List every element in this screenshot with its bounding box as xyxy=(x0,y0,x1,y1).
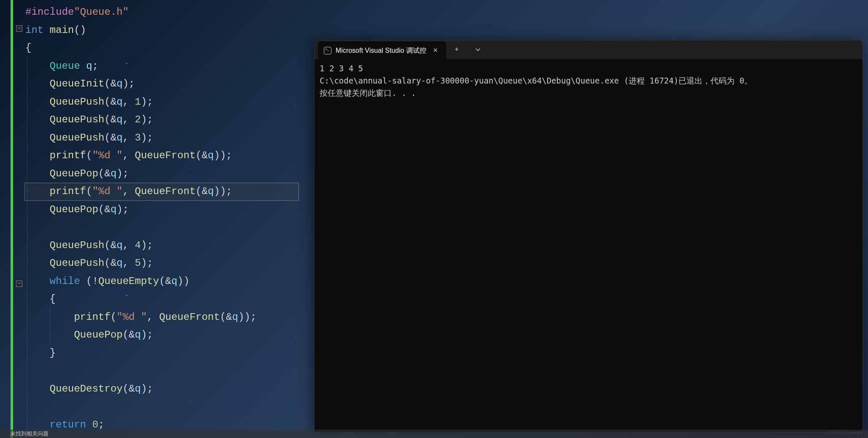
fold-gutter: − − xyxy=(16,0,24,438)
code-line[interactable] xyxy=(25,398,256,416)
code-line[interactable]: QueueInit(&q); xyxy=(25,75,256,93)
terminal-icon xyxy=(324,47,331,54)
code-token: & xyxy=(104,168,110,179)
code-token: & xyxy=(165,276,171,287)
code-token: )) xyxy=(214,186,226,197)
code-token: ; xyxy=(122,168,128,179)
code-line[interactable]: printf("%d ", QueueFront(&q)); xyxy=(25,308,256,327)
code-token: q xyxy=(117,96,122,108)
code-token: q xyxy=(171,276,177,287)
code-token: ( xyxy=(195,186,201,197)
code-token: ! xyxy=(92,276,98,287)
code-token: "%d " xyxy=(117,311,147,323)
code-line[interactable]: while (!QueueEmpty(&q)) xyxy=(25,273,256,291)
code-token: q xyxy=(135,383,141,395)
console-titlebar[interactable]: Microsoft Visual Studio 调试控 × + xyxy=(315,41,863,59)
code-token: ; xyxy=(147,240,153,251)
code-token: , xyxy=(122,240,135,251)
new-tab-button[interactable]: + xyxy=(446,41,467,59)
code-token: ) xyxy=(122,78,128,89)
code-line[interactable]: QueuePush(&q, 1); xyxy=(25,93,256,111)
code-token: & xyxy=(111,78,117,89)
code-token: ; xyxy=(147,383,153,395)
code-line[interactable]: QueuePush(&q, 2); xyxy=(25,111,256,129)
code-token: ( xyxy=(104,96,110,108)
code-token: q xyxy=(117,132,122,143)
code-token: ; xyxy=(147,132,153,143)
code-token: ( xyxy=(122,329,128,341)
code-token: ( xyxy=(104,240,110,251)
code-token: ( xyxy=(122,383,128,395)
code-token: () xyxy=(74,24,86,36)
code-token: 2 xyxy=(135,114,141,125)
code-line[interactable]: QueuePush(&q, 4); xyxy=(25,237,256,255)
console-tab[interactable]: Microsoft Visual Studio 调试控 × xyxy=(318,41,446,60)
code-token: q xyxy=(117,240,122,251)
code-token: QueuePop xyxy=(50,204,98,215)
tab-dropdown-button[interactable] xyxy=(467,41,488,59)
code-token: ( xyxy=(195,150,201,161)
code-token: ; xyxy=(92,60,98,72)
code-token: QueuePush xyxy=(50,114,105,125)
code-line[interactable]: printf("%d ", QueueFront(&q)); xyxy=(25,183,256,201)
code-token: QueueFront xyxy=(135,186,195,197)
code-line[interactable]: { xyxy=(25,290,256,308)
code-line[interactable]: Queue q; xyxy=(25,57,256,76)
code-token: QueueFront xyxy=(135,150,195,161)
code-token: , xyxy=(122,186,135,197)
code-line[interactable] xyxy=(25,362,256,380)
code-text-area[interactable]: #include"Queue.h"int main(){ Queue q; Qu… xyxy=(25,3,256,434)
code-token: QueuePush xyxy=(50,240,105,251)
fold-toggle-while[interactable]: − xyxy=(16,281,22,287)
code-token: ( xyxy=(104,114,110,125)
code-line[interactable]: QueuePush(&q, 5); xyxy=(25,254,256,273)
console-output[interactable]: 1 2 3 4 5 C:\code\annual-salary-of-30000… xyxy=(315,59,863,103)
code-token: QueueInit xyxy=(50,78,105,89)
code-token: ; xyxy=(147,114,153,125)
code-token: ) xyxy=(141,383,147,395)
code-line[interactable]: printf("%d ", QueueFront(&q)); xyxy=(25,147,256,165)
status-bar: 未找到相关问题 xyxy=(0,430,868,438)
code-token: ) xyxy=(141,132,147,143)
code-token: ; xyxy=(147,329,153,341)
code-token: ( xyxy=(104,78,110,89)
code-line[interactable] xyxy=(25,219,256,237)
code-token: ) xyxy=(141,257,147,269)
code-line[interactable]: { xyxy=(25,39,256,57)
code-token: & xyxy=(111,114,117,125)
code-line[interactable]: QueueDestroy(&q); xyxy=(25,380,256,398)
code-token: 1 xyxy=(135,96,141,108)
code-token: Queue xyxy=(50,60,86,72)
output-line: 1 2 3 4 5 xyxy=(320,64,363,73)
code-token: printf xyxy=(74,311,110,323)
code-token: return xyxy=(50,419,92,430)
code-token: ( xyxy=(86,186,92,197)
console-window: Microsoft Visual Studio 调试控 × + 1 2 3 4 … xyxy=(314,40,863,433)
code-line[interactable]: int main() xyxy=(25,22,256,40)
code-token: { xyxy=(25,42,31,54)
code-token: 3 xyxy=(135,132,141,143)
code-token: ( xyxy=(111,311,117,323)
code-line[interactable]: QueuePop(&q); xyxy=(25,326,256,344)
code-token: 4 xyxy=(135,240,141,251)
close-tab-button[interactable]: × xyxy=(431,46,440,55)
code-token: q xyxy=(208,150,214,161)
code-token: ) xyxy=(117,168,122,179)
code-line[interactable]: QueuePop(&q); xyxy=(25,165,256,183)
code-line[interactable]: QueuePush(&q, 3); xyxy=(25,129,256,147)
code-token: q xyxy=(135,329,141,341)
code-token: { xyxy=(50,293,56,305)
code-token: QueueFront xyxy=(159,311,220,323)
console-tab-title: Microsoft Visual Studio 调试控 xyxy=(336,46,426,55)
code-line[interactable]: QueuePop(&q); xyxy=(25,201,256,219)
code-token: 5 xyxy=(135,257,141,269)
code-token: q xyxy=(111,204,117,215)
fold-toggle-main[interactable]: − xyxy=(16,25,22,32)
code-token: )) xyxy=(238,311,250,323)
code-line[interactable]: } xyxy=(25,344,256,362)
code-token: QueuePop xyxy=(74,329,122,341)
code-line[interactable]: #include"Queue.h" xyxy=(25,3,256,22)
code-token: q xyxy=(208,186,214,197)
code-token: ; xyxy=(129,78,135,89)
code-token: & xyxy=(111,257,117,269)
